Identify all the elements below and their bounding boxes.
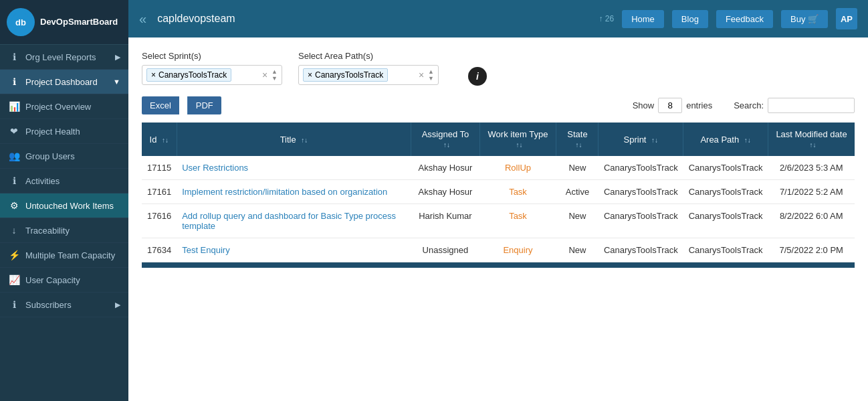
sort-icon: ↑↓ bbox=[809, 141, 816, 149]
sort-icon: ↑↓ bbox=[575, 141, 582, 149]
sidebar-item-label: Project Health bbox=[25, 127, 120, 137]
gear-icon: ⚙ bbox=[8, 200, 20, 211]
cell-work-item-type: RollUp bbox=[479, 156, 556, 180]
area-filter-group: Select Area Path(s) × CanarysToolsTrack … bbox=[298, 51, 439, 85]
sidebar-item-project-health[interactable]: ❤ Project Health bbox=[0, 119, 128, 144]
sidebar: db DevOpSmartBoard ℹ Org Level Reports ▶… bbox=[0, 0, 128, 401]
chevron-down-icon: ▼ bbox=[113, 78, 120, 86]
sidebar-item-traceability[interactable]: ↓ Traceability bbox=[0, 218, 128, 243]
col-work-item-type[interactable]: Work item Type ↑↓ bbox=[479, 123, 556, 156]
content-area: Select Sprint(s) × CanarysToolsTrack × ▲… bbox=[128, 37, 868, 401]
toolbar: Excel PDF Show entries Search: bbox=[142, 96, 855, 114]
sidebar-item-activities[interactable]: ℹ Activities bbox=[0, 169, 128, 193]
sidebar-item-label: Org Level Reports bbox=[25, 52, 110, 62]
back-button[interactable]: « bbox=[139, 11, 146, 27]
info-button[interactable]: i bbox=[468, 67, 487, 86]
title-link[interactable]: User Restrictions bbox=[182, 163, 248, 173]
chevron-right-icon: ▶ bbox=[115, 301, 120, 309]
activity-icon: ℹ bbox=[8, 175, 20, 186]
col-id[interactable]: Id ↑↓ bbox=[142, 123, 177, 156]
cell-id: 17616 bbox=[142, 204, 177, 238]
cell-work-item-type: Task bbox=[479, 180, 556, 204]
cell-id: 17634 bbox=[142, 238, 177, 262]
users-icon: 👥 bbox=[8, 151, 20, 161]
sort-icon: ↑↓ bbox=[301, 137, 308, 144]
cell-assigned-to: Unassigned bbox=[411, 238, 479, 262]
chevron-right-icon: ▶ bbox=[115, 53, 120, 62]
title-link[interactable]: Test Enquiry bbox=[182, 245, 230, 255]
sprint-filter-input[interactable]: × CanarysToolsTrack × ▲▼ bbox=[142, 65, 282, 85]
cell-last-modified: 7/1/2022 5:2 AM bbox=[768, 180, 855, 204]
sidebar-item-untouched-work-items[interactable]: ⚙ Untouched Work Items bbox=[0, 193, 128, 218]
sprint-arrows-icon[interactable]: ▲▼ bbox=[272, 68, 278, 82]
area-tag-value: CanarysToolsTrack bbox=[315, 70, 383, 80]
sort-icon: ↑↓ bbox=[516, 141, 523, 149]
area-filter-input[interactable]: × CanarysToolsTrack × ▲▼ bbox=[298, 65, 439, 85]
pdf-button[interactable]: PDF bbox=[187, 96, 221, 114]
search-input[interactable] bbox=[768, 98, 855, 113]
tag-x-icon[interactable]: × bbox=[308, 70, 312, 80]
cell-state: Active bbox=[556, 180, 599, 204]
sidebar-item-label: Project Dashboard bbox=[25, 77, 108, 87]
cell-state: New bbox=[556, 238, 599, 262]
cell-area-path: CanarysToolsTrack bbox=[683, 238, 768, 262]
col-assigned-to[interactable]: Assigned To ↑↓ bbox=[411, 123, 479, 156]
sidebar-item-label: User Capacity bbox=[25, 275, 120, 285]
sprint-filter-label: Select Sprint(s) bbox=[142, 51, 282, 61]
cell-area-path: CanarysToolsTrack bbox=[683, 180, 768, 204]
sidebar-item-user-capacity[interactable]: 📈 User Capacity bbox=[0, 268, 128, 293]
notification-badge: ↑ 26 bbox=[599, 14, 614, 23]
main-content: « capldevopsteam ↑ 26 Home Blog Feedback… bbox=[128, 0, 868, 401]
cell-title: Add rollup query and dashboard for Basic… bbox=[177, 204, 411, 238]
sidebar-item-group-users[interactable]: 👥 Group Users bbox=[0, 144, 128, 169]
cell-assigned-to: Akshay Hosur bbox=[411, 156, 479, 180]
title-link[interactable]: Add rollup query and dashboard for Basic… bbox=[182, 211, 396, 231]
app-name: DevOpSmartBoard bbox=[40, 17, 118, 27]
sidebar-item-project-dashboard[interactable]: ℹ Project Dashboard ▼ bbox=[0, 70, 128, 94]
cell-title: User Restrictions bbox=[177, 156, 411, 180]
entries-label: entries bbox=[686, 100, 712, 110]
tag-x-icon[interactable]: × bbox=[151, 70, 156, 80]
entries-input[interactable] bbox=[658, 98, 682, 113]
area-clear-icon[interactable]: × bbox=[419, 70, 424, 80]
filters-row: Select Sprint(s) × CanarysToolsTrack × ▲… bbox=[142, 51, 855, 86]
col-title[interactable]: Title ↑↓ bbox=[177, 123, 411, 156]
feedback-button[interactable]: Feedback bbox=[716, 10, 773, 28]
col-state[interactable]: State ↑↓ bbox=[556, 123, 599, 156]
cell-last-modified: 8/2/2022 6:0 AM bbox=[768, 204, 855, 238]
sprint-clear-icon[interactable]: × bbox=[262, 70, 267, 80]
cell-sprint: CanarysToolsTrack bbox=[599, 238, 683, 262]
blog-button[interactable]: Blog bbox=[672, 10, 708, 28]
cell-area-path: CanarysToolsTrack bbox=[683, 204, 768, 238]
avatar[interactable]: AP bbox=[836, 8, 857, 29]
sidebar-logo: db DevOpSmartBoard bbox=[0, 0, 128, 45]
area-arrows-icon[interactable]: ▲▼ bbox=[428, 68, 434, 82]
sidebar-item-project-overview[interactable]: 📊 Project Overview bbox=[0, 94, 128, 119]
sidebar-item-multiple-team-capacity[interactable]: ⚡ Multiple Team Capacity bbox=[0, 243, 128, 268]
capacity-icon: 📈 bbox=[8, 274, 20, 285]
sidebar-item-label: Subscribers bbox=[25, 300, 110, 310]
title-link[interactable]: Implement restriction/limitation based o… bbox=[182, 187, 387, 197]
col-last-modified[interactable]: Last Modified date ↑↓ bbox=[768, 123, 855, 156]
col-sprint[interactable]: Sprint ↑↓ bbox=[599, 123, 683, 156]
cell-state: New bbox=[556, 156, 599, 180]
sidebar-item-label: Untouched Work Items bbox=[25, 201, 120, 211]
sidebar-item-subscribers[interactable]: ℹ Subscribers ▶ bbox=[0, 293, 128, 317]
show-entries-control: Show entries bbox=[633, 98, 713, 113]
home-button[interactable]: Home bbox=[622, 10, 664, 28]
chart-icon: 📊 bbox=[8, 101, 20, 112]
excel-button[interactable]: Excel bbox=[142, 96, 179, 114]
buy-button[interactable]: Buy 🛒 bbox=[781, 10, 828, 28]
sidebar-item-org-level-reports[interactable]: ℹ Org Level Reports ▶ bbox=[0, 45, 128, 70]
cell-id: 17115 bbox=[142, 156, 177, 180]
topbar-title: capldevopsteam bbox=[157, 13, 590, 25]
cell-work-item-type: Task bbox=[479, 204, 556, 238]
cell-last-modified: 7/5/2022 2:0 PM bbox=[768, 238, 855, 262]
col-area-path[interactable]: Area Path ↑↓ bbox=[683, 123, 768, 156]
sort-icon: ↑↓ bbox=[651, 137, 658, 144]
sprint-tag-value: CanarysToolsTrack bbox=[158, 70, 227, 80]
cell-assigned-to: Akshay Hosur bbox=[411, 180, 479, 204]
cell-sprint: CanarysToolsTrack bbox=[599, 156, 683, 180]
cell-sprint: CanarysToolsTrack bbox=[599, 180, 683, 204]
info-icon: ℹ bbox=[8, 52, 20, 62]
